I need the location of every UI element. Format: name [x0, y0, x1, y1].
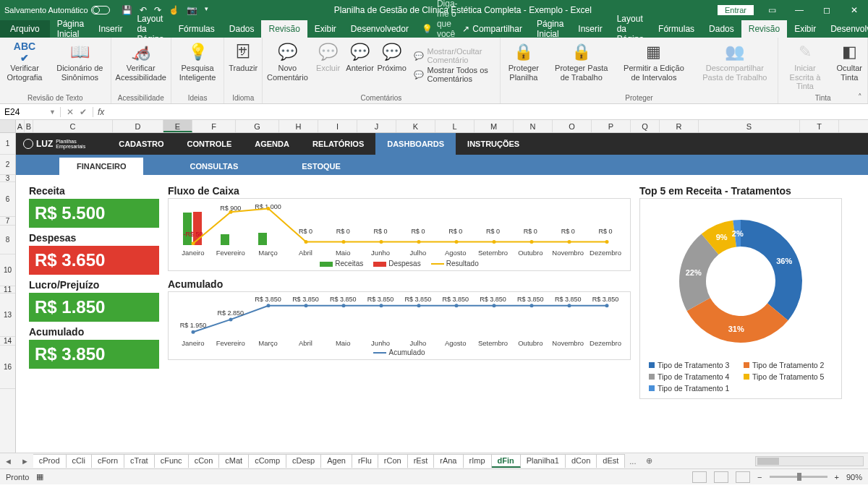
hide-ink-button[interactable]: ◧Ocultar Tinta: [832, 38, 867, 93]
sheet-tab[interactable]: rEst: [408, 454, 435, 468]
zoom-out-icon[interactable]: −: [757, 473, 762, 481]
row-header[interactable]: 1: [0, 133, 15, 155]
menu-tab[interactable]: Fórmulas: [171, 20, 222, 38]
menu-exibir[interactable]: Exibir: [787, 20, 823, 38]
menu-desenvolvedor[interactable]: Desenvolvedor: [823, 20, 868, 38]
cancel-formula-icon[interactable]: ✕: [67, 107, 74, 117]
row-header[interactable]: 6: [0, 182, 15, 217]
signin-button[interactable]: Entrar: [718, 5, 754, 15]
menu-tab[interactable]: Dados: [222, 20, 262, 38]
translate-button[interactable]: 🈂Traduzir: [224, 38, 262, 93]
new-comment-button[interactable]: 💬Novo Comentário: [263, 38, 312, 93]
horizontal-scrollbar[interactable]: [755, 456, 864, 466]
row-header[interactable]: 10: [0, 254, 15, 286]
col-header[interactable]: J: [357, 120, 396, 132]
tab-nav-next-icon[interactable]: ►: [17, 457, 33, 466]
col-header[interactable]: G: [236, 120, 279, 132]
protect-workbook-button[interactable]: 🔒Proteger Pasta de Trabalho: [547, 38, 616, 93]
sheet-tab[interactable]: cFunc: [155, 454, 189, 468]
menu-tab[interactable]: Layout da Página: [129, 20, 171, 38]
menu-fórmulas[interactable]: Fórmulas: [651, 20, 702, 38]
prev-comment-button[interactable]: 💬Anterior: [344, 38, 376, 93]
sheet-tab[interactable]: rAna: [434, 454, 463, 468]
col-header[interactable]: M: [475, 120, 514, 132]
menu-arquivo[interactable]: Arquivo: [0, 20, 50, 38]
col-header[interactable]: N: [514, 120, 553, 132]
smart-lookup-button[interactable]: 💡Pesquisa Inteligente: [171, 38, 224, 93]
sheet-tab[interactable]: dEst: [597, 454, 625, 468]
sheet-tab[interactable]: dCon: [566, 454, 597, 468]
menu-tab[interactable]: Desenvolvedor: [344, 20, 416, 38]
sheet-tab[interactable]: cForn: [92, 454, 124, 468]
chevron-down-icon[interactable]: ▼: [49, 108, 56, 116]
sheet-tab[interactable]: cComp: [249, 454, 286, 468]
zoom-slider[interactable]: [770, 476, 827, 478]
menu-dados[interactable]: Dados: [702, 20, 741, 38]
row-header[interactable]: 2: [0, 155, 15, 175]
ribbon-options-icon[interactable]: ▭: [762, 5, 781, 15]
col-header[interactable]: Q: [631, 120, 660, 132]
dash-nav-item[interactable]: INSTRUÇÕES: [456, 133, 531, 155]
col-header[interactable]: F: [192, 120, 236, 132]
menu-inserir[interactable]: Inserir: [571, 20, 609, 38]
sheet-tab[interactable]: Agen: [321, 454, 352, 468]
dash-subnav-item[interactable]: ESTOQUE: [284, 158, 358, 175]
camera-icon[interactable]: 📷: [187, 5, 197, 15]
menu-tab[interactable]: Exibir: [307, 20, 344, 38]
next-comment-button[interactable]: 💬Próximo: [376, 38, 408, 93]
save-icon[interactable]: 💾: [122, 5, 132, 15]
accessibility-button[interactable]: 🦽Verificar Acessibilidade: [111, 38, 171, 93]
tab-nav-prev-icon[interactable]: ◄: [0, 457, 17, 466]
col-header[interactable]: P: [592, 120, 631, 132]
view-page-break-icon[interactable]: [736, 471, 750, 483]
dash-nav-item[interactable]: CADASTRO: [107, 133, 175, 155]
sheet-tab[interactable]: dFin: [492, 454, 521, 468]
col-header[interactable]: R: [660, 120, 699, 132]
col-header[interactable]: B: [25, 120, 33, 132]
menu-tab[interactable]: Página Inicial: [50, 20, 91, 38]
sheet-tab[interactable]: rCon: [378, 454, 408, 468]
menu-tab[interactable]: Revisão: [261, 20, 307, 38]
formula-input[interactable]: [109, 104, 868, 119]
select-all-cell[interactable]: [0, 120, 16, 132]
accept-formula-icon[interactable]: ✔: [80, 107, 87, 117]
col-header[interactable]: I: [318, 120, 357, 132]
col-header[interactable]: K: [396, 120, 435, 132]
name-box[interactable]: E24▼: [0, 107, 61, 117]
col-header[interactable]: L: [435, 120, 475, 132]
row-header[interactable]: 16: [0, 346, 15, 389]
col-header[interactable]: O: [553, 120, 592, 132]
protect-sheet-button[interactable]: 🔒Proteger Planilha: [501, 38, 547, 93]
dash-subnav-item[interactable]: CONSULTAS: [172, 158, 255, 175]
row-header[interactable]: 14: [0, 337, 15, 346]
collapse-ribbon-icon[interactable]: ˄: [858, 93, 862, 102]
maximize-icon[interactable]: ◻: [817, 5, 836, 15]
sheet-tab[interactable]: cMat: [219, 454, 249, 468]
row-header[interactable]: 13: [0, 294, 15, 337]
close-icon[interactable]: ✕: [845, 5, 864, 15]
col-header[interactable]: S: [699, 120, 800, 132]
dash-nav-item[interactable]: RELATÓRIOS: [301, 133, 375, 155]
sheet-tab[interactable]: rImp: [464, 454, 492, 468]
sheet-tab[interactable]: cCli: [67, 454, 92, 468]
col-header[interactable]: A: [16, 120, 25, 132]
sheet-tab[interactable]: cDesp: [286, 454, 321, 468]
add-sheet-icon[interactable]: ⊕: [640, 456, 658, 466]
show-all-comments-button[interactable]: 💬Mostrar Todos os Comentários: [414, 66, 494, 83]
dash-nav-item[interactable]: CONTROLE: [176, 133, 244, 155]
col-header[interactable]: T: [800, 120, 839, 132]
sheet-tab[interactable]: cCon: [189, 454, 220, 468]
row-header[interactable]: 3: [0, 175, 15, 182]
sheet-tab[interactable]: cTrat: [124, 454, 155, 468]
spellcheck-button[interactable]: ABC✔Verificar Ortografia: [0, 38, 49, 93]
menu-página-inicial[interactable]: Página Inicial: [529, 20, 571, 38]
fx-icon[interactable]: fx: [93, 107, 109, 117]
sheet-tab[interactable]: cProd: [33, 454, 67, 468]
minimize-icon[interactable]: —: [790, 5, 809, 15]
view-page-layout-icon[interactable]: [714, 471, 728, 483]
row-header[interactable]: 11: [0, 286, 15, 294]
touch-mode-icon[interactable]: ☝: [169, 5, 179, 15]
col-header[interactable]: C: [33, 120, 113, 132]
view-normal-icon[interactable]: [692, 471, 707, 483]
dash-subnav-item[interactable]: FINANCEIRO: [59, 158, 143, 175]
